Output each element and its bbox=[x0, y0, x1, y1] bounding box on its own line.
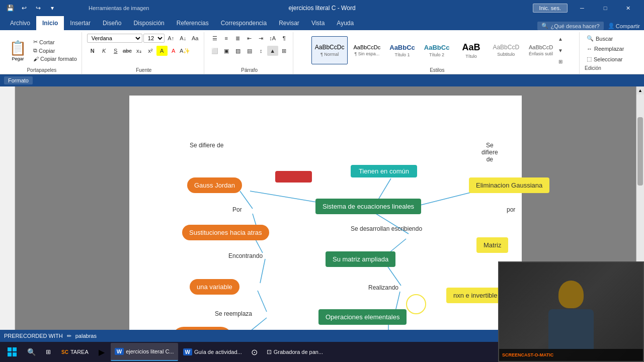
style-sin-espaciado[interactable]: AaBbCcDc ¶ Sin espa... bbox=[350, 36, 384, 64]
style-sub-preview: AaBbCcD bbox=[493, 44, 519, 51]
title-bar-left: 💾 ↩ ↪ ▾ bbox=[4, 2, 58, 14]
font-controls: Verdana 12 A↑ A↓ Aa N K S abc x₂ x² A bbox=[87, 33, 201, 67]
subscript-button[interactable]: x₂ bbox=[133, 46, 144, 56]
link-se-difiere-left: Se difiere de bbox=[190, 142, 223, 149]
taskbar-chrome[interactable]: ⊙ bbox=[247, 343, 262, 361]
reemplazar-button[interactable]: ↔ Reemplazar bbox=[585, 45, 626, 53]
clipboard-label: Portapapeles bbox=[27, 67, 56, 74]
start-button[interactable] bbox=[2, 342, 22, 362]
paste-button[interactable]: 📋 Pegar bbox=[5, 38, 31, 63]
task-view-button[interactable]: ⊞ bbox=[40, 344, 56, 360]
format-copy-button[interactable]: 🖌 Copiar formato bbox=[32, 55, 78, 62]
redo-button[interactable]: ↪ bbox=[32, 2, 44, 14]
italic-button[interactable]: K bbox=[99, 46, 110, 56]
style-enf-label: Énfasis sutil bbox=[529, 51, 553, 56]
maximize-button[interactable]: □ bbox=[594, 0, 617, 16]
bullet-list-button[interactable]: ☰ bbox=[209, 33, 220, 43]
tab-archivo[interactable]: Archivo bbox=[4, 16, 36, 30]
tab-referencias[interactable]: Referencias bbox=[171, 16, 215, 30]
superscript-button[interactable]: x² bbox=[145, 46, 156, 56]
underline-button[interactable]: S bbox=[110, 46, 121, 56]
tab-revisar[interactable]: Revisar bbox=[273, 16, 305, 30]
ribbon-group-styles: AaBbCcDc ¶ Normal AaBbCcDc ¶ Sin espa...… bbox=[295, 32, 580, 74]
font-family-select[interactable]: Verdana bbox=[87, 34, 142, 43]
taskbar-tarea[interactable]: SC TAREA bbox=[57, 343, 93, 361]
style-enfasis[interactable]: AaBbCcD Énfasis sutil bbox=[525, 36, 557, 64]
tab-insertar[interactable]: Insertar bbox=[64, 16, 97, 30]
screencast-taskbar-btn[interactable]: ▶ bbox=[94, 344, 110, 360]
increase-font-button[interactable]: A↑ bbox=[166, 33, 177, 43]
inic-ses-button[interactable]: Inic. ses. bbox=[533, 4, 568, 13]
text-effects-button[interactable]: A✨ bbox=[180, 46, 191, 56]
save-button[interactable]: 💾 bbox=[4, 2, 16, 14]
tab-disposicion[interactable]: Disposición bbox=[127, 16, 170, 30]
ribbon-group-clipboard: 📋 Pegar ✂ Cortar ⧉ Copiar 🖌 bbox=[2, 32, 82, 74]
style-titulo[interactable]: AaB Título bbox=[455, 36, 487, 64]
tab-diseno[interactable]: Diseño bbox=[97, 16, 127, 30]
paste-icon: 📋 bbox=[9, 40, 27, 56]
styles-scroll-down[interactable]: ▼ bbox=[558, 48, 563, 53]
tab-inicio[interactable]: Inicio bbox=[36, 16, 64, 30]
tab-correspondencia[interactable]: Correspondencia bbox=[215, 16, 273, 30]
tab-vista[interactable]: Vista bbox=[305, 16, 331, 30]
cut-button[interactable]: ✂ Cortar bbox=[32, 38, 78, 46]
buscar-button[interactable]: 🔍 Buscar bbox=[585, 34, 626, 43]
show-marks-button[interactable]: ¶ bbox=[279, 33, 290, 43]
doc-wrapper: Se difiere de Se difiere de Tienen en co… bbox=[0, 86, 644, 330]
buscar-icon: 🔍 bbox=[587, 35, 594, 42]
align-left-button[interactable]: ⬜ bbox=[209, 46, 220, 56]
borders-button[interactable]: ⊞ bbox=[279, 46, 290, 56]
link-se-reemplaza: Se reemplaza bbox=[215, 310, 252, 317]
justify-button[interactable]: ▤ bbox=[244, 46, 255, 56]
helper-search-box[interactable]: 🔍 ¿Qué desea hacer? bbox=[537, 22, 603, 30]
style-normal[interactable]: AaBbCcDc ¶ Normal bbox=[311, 36, 348, 64]
align-center-button[interactable]: ▣ bbox=[221, 46, 232, 56]
highlight-button[interactable]: A bbox=[156, 46, 168, 56]
close-button[interactable]: ✕ bbox=[617, 0, 640, 16]
person-body bbox=[548, 309, 594, 330]
font-color-button[interactable]: A bbox=[168, 46, 179, 56]
styles-scroll-up[interactable]: ▲ bbox=[558, 36, 563, 42]
undo-button[interactable]: ↩ bbox=[18, 2, 30, 14]
clipboard-group: 📋 Pegar ✂ Cortar ⧉ Copiar 🖌 bbox=[5, 38, 78, 63]
style-titulo1[interactable]: AaBbCc Título 1 bbox=[386, 36, 419, 64]
font-label: Fuente bbox=[136, 67, 151, 74]
guia-label: Guía de actividad... bbox=[194, 349, 242, 355]
tab-ayuda[interactable]: Ayuda bbox=[331, 16, 360, 30]
formato-tab[interactable]: Formato bbox=[4, 76, 33, 84]
clear-format-button[interactable]: Aa bbox=[190, 33, 201, 43]
decrease-font-button[interactable]: A↓ bbox=[178, 33, 189, 43]
font-format-row: N K S abc x₂ x² A A A✨ bbox=[87, 46, 191, 56]
compartir-button[interactable]: 👤 Compartir bbox=[608, 23, 640, 29]
word-icon-1: W bbox=[115, 348, 124, 355]
qat-dropdown[interactable]: ▾ bbox=[46, 2, 58, 14]
multilevel-list-button[interactable]: ≣ bbox=[232, 33, 244, 43]
link-se-difiere-right: Se difiere de bbox=[481, 142, 498, 163]
bold-button[interactable]: N bbox=[87, 46, 98, 56]
seleccionar-button[interactable]: ⬚ Seleccionar bbox=[585, 55, 626, 63]
decrease-indent-button[interactable]: ⇤ bbox=[244, 33, 255, 43]
styles-content: AaBbCcDc ¶ Normal AaBbCcDc ¶ Sin espa...… bbox=[311, 33, 563, 67]
numbered-list-button[interactable]: ≡ bbox=[221, 33, 232, 43]
increase-indent-button[interactable]: ⇥ bbox=[256, 33, 267, 43]
copy-button[interactable]: ⧉ Copiar bbox=[32, 47, 78, 54]
style-subtitulo[interactable]: AaBbCcD Subtitulo bbox=[489, 36, 523, 64]
taskbar-ejercicios[interactable]: W ejercicios literal C... bbox=[111, 343, 178, 361]
strikethrough-button[interactable]: abc bbox=[122, 46, 133, 56]
word-count-icon: ✏ bbox=[67, 333, 71, 339]
styles-more[interactable]: ⊞ bbox=[558, 59, 563, 64]
line-spacing-button[interactable]: ↕ bbox=[256, 46, 267, 56]
taskbar-guia[interactable]: W Guía de actividad... bbox=[179, 343, 246, 361]
align-right-button[interactable]: ▨ bbox=[232, 46, 244, 56]
scroll-up-arrow[interactable]: ▲ bbox=[636, 86, 644, 95]
sort-button[interactable]: ↕A bbox=[267, 33, 278, 43]
shading-button[interactable]: ▲ bbox=[267, 46, 278, 56]
font-size-select[interactable]: 12 bbox=[143, 34, 165, 43]
taskbar-grabadora[interactable]: ⊡ Grabadora de pan... bbox=[263, 343, 327, 361]
paragraph-controls: ☰ ≡ ≣ ⇤ ⇥ ↕A ¶ ⬜ ▣ ▨ ▤ ↕ ▲ ⊞ bbox=[209, 33, 290, 67]
clipboard-small-buttons: ✂ Cortar ⧉ Copiar 🖌 Copiar formato bbox=[32, 38, 78, 63]
taskbar-search-button[interactable]: 🔍 bbox=[23, 344, 39, 360]
scroll-thumb[interactable] bbox=[637, 117, 643, 186]
style-titulo2[interactable]: AaBbCc Título 2 bbox=[421, 36, 453, 64]
minimize-button[interactable]: ─ bbox=[571, 0, 594, 16]
